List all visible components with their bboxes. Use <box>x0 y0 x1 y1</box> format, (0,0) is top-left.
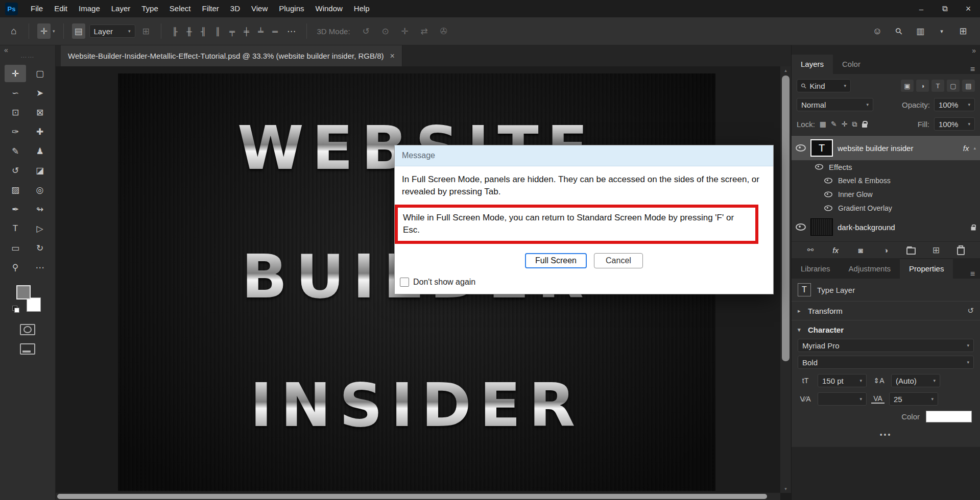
menu-edit[interactable]: Edit <box>49 0 73 17</box>
menu-file[interactable]: File <box>25 0 49 17</box>
scroll-down-icon[interactable]: ▾ <box>780 486 791 491</box>
align-bottom-icon[interactable]: ╧ <box>255 23 267 39</box>
expand-panel-icon[interactable]: » <box>972 46 976 55</box>
lasso-tool[interactable]: ∽ <box>5 84 26 102</box>
font-family-dropdown[interactable]: Myriad Pro ▾ <box>798 339 974 352</box>
panel-drag-handle[interactable]: ⋯⋯ <box>20 55 35 62</box>
visibility-eye-icon[interactable] <box>796 223 806 231</box>
tab-layers[interactable]: Layers <box>792 55 833 74</box>
menu-type[interactable]: Type <box>136 0 164 17</box>
scroll-up-icon[interactable]: ▴ <box>780 68 791 73</box>
dont-show-again-checkbox[interactable] <box>400 278 409 287</box>
visibility-eye-icon[interactable] <box>824 178 832 183</box>
marquee-tool[interactable]: ▢ <box>29 65 51 82</box>
align-right-icon[interactable]: ╢ <box>198 23 209 39</box>
align-top-icon[interactable]: ╤ <box>227 23 238 39</box>
leading-dropdown[interactable]: (Auto) ▾ <box>891 374 940 387</box>
delete-layer-icon[interactable] <box>955 245 967 255</box>
auto-select-icon[interactable]: ▤ <box>72 23 85 39</box>
menu-view[interactable]: View <box>246 0 273 17</box>
align-more-icon[interactable]: ⋯ <box>285 23 298 39</box>
default-swatches-icon[interactable] <box>12 306 19 313</box>
link-layers-icon[interactable]: ⚯ <box>805 245 816 255</box>
collapse-effects-icon[interactable]: ▴ <box>973 145 976 151</box>
object-selection-tool[interactable]: ➤ <box>29 84 51 102</box>
lock-all-icon[interactable] <box>862 123 867 128</box>
menu-select[interactable]: Select <box>164 0 197 17</box>
effect-row[interactable]: Inner Glow <box>792 187 980 201</box>
lock-position-icon[interactable]: ✛ <box>842 120 848 128</box>
effects-header-row[interactable]: Effects <box>792 160 980 173</box>
more-tools[interactable]: ⋯ <box>29 259 51 276</box>
crop-tool[interactable]: ⊡ <box>5 104 26 121</box>
effect-row[interactable]: Bevel & Emboss <box>792 173 980 187</box>
type-layer-thumbnail[interactable]: T <box>810 139 833 157</box>
lock-transparency-icon[interactable]: ▦ <box>820 120 826 128</box>
filter-type-icon[interactable]: T <box>931 80 944 92</box>
rotate-view-tool[interactable]: ↻ <box>29 239 51 257</box>
visibility-eye-icon[interactable] <box>824 205 832 211</box>
type-tool[interactable]: T <box>5 220 26 237</box>
blend-mode-dropdown[interactable]: Normal ▾ <box>797 98 873 111</box>
horizontal-scrollbar-thumb[interactable] <box>57 494 767 499</box>
align-left-icon[interactable]: ╟ <box>170 23 181 39</box>
vertical-scrollbar[interactable]: ▴ ▾ <box>780 66 791 493</box>
align-center-h-icon[interactable]: ╫ <box>184 23 195 39</box>
layer-row-background[interactable]: dark-background <box>792 215 980 239</box>
restore-button[interactable]: ⧉ <box>933 0 957 17</box>
tab-close-icon[interactable]: × <box>390 52 395 61</box>
minimize-button[interactable]: – <box>910 0 933 17</box>
home-icon[interactable]: ⌂ <box>7 23 20 39</box>
blur-tool[interactable]: ◎ <box>29 181 51 198</box>
filter-pixel-icon[interactable]: ▣ <box>901 80 914 92</box>
menu-layer[interactable]: Layer <box>106 0 136 17</box>
tracking-dropdown[interactable]: ▾ <box>818 392 867 406</box>
healing-brush-tool[interactable]: ✚ <box>29 123 51 140</box>
eraser-tool[interactable]: ◪ <box>29 162 51 179</box>
brush-tool[interactable]: ✎ <box>5 142 26 160</box>
menu-3d[interactable]: 3D <box>225 0 246 17</box>
slide-3d-icon[interactable]: ⇄ <box>418 23 431 39</box>
add-adjustment-layer-icon[interactable]: ◑ <box>880 245 891 255</box>
panel-menu-icon[interactable]: ≡ <box>970 65 980 74</box>
tab-properties[interactable]: Properties <box>900 259 953 279</box>
workspace-icon[interactable]: ▥ <box>914 23 927 39</box>
transform-section[interactable]: ▸ Transform ↺ <box>792 302 980 320</box>
pen-tool[interactable]: ✒ <box>5 201 26 218</box>
orbit-3d-icon[interactable]: ↺ <box>360 23 373 39</box>
roll-3d-icon[interactable]: ⊙ <box>379 23 392 39</box>
background-swatch[interactable] <box>27 297 41 312</box>
kind-filter-dropdown[interactable]: ⚲ Kind ▾ <box>797 79 851 92</box>
menu-window[interactable]: Window <box>309 0 348 17</box>
align-middle-icon[interactable]: ╪ <box>241 23 252 39</box>
visibility-eye-icon[interactable] <box>824 191 832 197</box>
collapse-panel-icon[interactable]: « <box>4 46 8 54</box>
history-brush-tool[interactable]: ↺ <box>5 162 26 179</box>
filter-adjustment-icon[interactable]: ◑ <box>916 80 929 92</box>
tab-libraries[interactable]: Libraries <box>792 259 840 279</box>
rectangle-tool[interactable]: ▭ <box>5 239 26 257</box>
menu-plugins[interactable]: Plugins <box>273 0 309 17</box>
text-color-swatch[interactable] <box>926 411 972 422</box>
dialog-title[interactable]: Message <box>395 145 773 166</box>
vertical-scrollbar-thumb[interactable] <box>782 76 790 361</box>
menu-filter[interactable]: Filter <box>197 0 225 17</box>
lock-pixels-icon[interactable]: ✎ <box>831 120 837 128</box>
more-options-icon[interactable]: ••• <box>792 422 980 447</box>
panel-menu-icon[interactable]: ≡ <box>970 269 980 279</box>
quick-mask-icon[interactable] <box>20 324 35 335</box>
clone-stamp-tool[interactable]: ♟ <box>29 142 51 160</box>
effect-row[interactable]: Gradient Overlay <box>792 201 980 215</box>
cancel-button[interactable]: Cancel <box>594 253 643 268</box>
filter-smart-icon[interactable]: ▤ <box>962 80 975 92</box>
current-tool-icon[interactable]: ✛ <box>37 23 51 39</box>
smudge-tool[interactable]: ↬ <box>29 201 51 218</box>
distribute-h-icon[interactable]: ║ <box>212 23 224 39</box>
path-selection-tool[interactable]: ▷ <box>29 220 51 237</box>
distribute-v-icon[interactable]: ═ <box>270 23 281 39</box>
search-icon[interactable]: ⚲ <box>892 23 905 39</box>
new-layer-icon[interactable]: ⊞ <box>930 245 942 255</box>
background-layer-thumbnail[interactable] <box>810 218 833 236</box>
lock-artboard-icon[interactable]: ⧉ <box>852 120 857 129</box>
screen-mode-icon[interactable] <box>20 343 35 355</box>
